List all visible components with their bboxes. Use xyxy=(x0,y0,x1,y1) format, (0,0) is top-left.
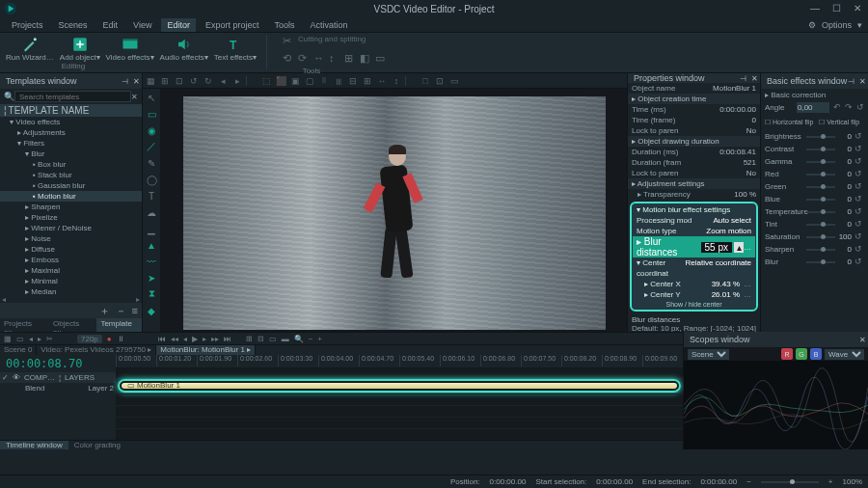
clip-motionblur-highlight[interactable]: ▭MotionBlur 1 xyxy=(118,379,681,393)
angle-input[interactable] xyxy=(797,102,829,113)
slider-temperature[interactable]: Temperature0↺ xyxy=(765,205,864,218)
tree-item[interactable]: ▸ Median xyxy=(0,286,142,295)
st-icon[interactable]: ↻ xyxy=(203,76,214,86)
close-panel-icon[interactable]: ✕ xyxy=(859,336,866,344)
reset-icon[interactable]: ↺ xyxy=(854,193,864,205)
st-icon[interactable]: □ xyxy=(420,76,431,86)
tl-icon[interactable]: ▦ xyxy=(4,335,12,343)
slider-brightness[interactable]: Brightness0↺ xyxy=(765,130,864,143)
close-button[interactable]: ✕ xyxy=(847,0,868,15)
tree-item[interactable]: ▸ Maximal xyxy=(0,265,142,276)
tree-item[interactable]: ▾ Video effects xyxy=(0,117,142,127)
text-effects-button[interactable]: T Text effects▾ xyxy=(214,35,257,62)
templates-tree[interactable]: ▾ Video effects▸ Adjustments▾ Filters▾ B… xyxy=(0,117,142,295)
tool-tooltip-icon[interactable]: ☁ xyxy=(145,205,158,219)
tl-icon[interactable]: 🔍 xyxy=(294,335,304,343)
step-back-icon[interactable]: ◂◂ xyxy=(171,335,178,343)
tree-item[interactable]: ▸ Emboss xyxy=(0,255,142,265)
slider-gamma[interactable]: Gamma0↺ xyxy=(765,155,864,168)
menu-tools[interactable]: Tools xyxy=(268,18,300,32)
timeline-tab-motionblur[interactable]: MotionBlur: MotionBlur 1 ▸ xyxy=(156,345,256,354)
prev-frame-icon[interactable]: ⏮ xyxy=(158,335,166,343)
preview-canvas[interactable] xyxy=(183,96,606,330)
clear-icon[interactable]: ✕ xyxy=(131,93,138,101)
st-icon[interactable]: ↔ xyxy=(376,76,388,86)
add-template-icon[interactable]: ＋ xyxy=(99,304,110,318)
tl-icon[interactable]: − xyxy=(309,335,313,343)
st-icon[interactable]: ▦ xyxy=(145,76,156,86)
scopes-mode-select[interactable]: Wave xyxy=(825,349,864,360)
resolution-display[interactable]: 720p xyxy=(77,335,102,343)
tl-icon[interactable]: ⊟ xyxy=(258,335,264,343)
st-icon[interactable]: ⊞ xyxy=(159,76,171,86)
pin-icon[interactable]: ⊣ xyxy=(740,74,746,83)
tool-shape-icon[interactable]: ◆ xyxy=(145,304,158,317)
audio-effects-button[interactable]: Audio effects▾ xyxy=(160,35,208,62)
tl-icon[interactable]: ⊞ xyxy=(246,335,253,343)
menu-projects[interactable]: Projects xyxy=(6,18,49,32)
tree-item[interactable]: ▸ Diffuse xyxy=(0,244,142,255)
tree-item[interactable]: ▾ Blur xyxy=(0,149,142,159)
tl-icon[interactable]: ◂ xyxy=(29,335,33,343)
st-icon[interactable]: ▸ xyxy=(231,76,243,86)
st-icon[interactable]: ▭ xyxy=(448,76,460,86)
tool-counter-icon[interactable]: ⧗ xyxy=(145,287,158,301)
next-frame-icon[interactable]: ⏭ xyxy=(224,335,231,343)
timeline-tab-video[interactable]: Video: Pexels Videos 2795750 ▸ xyxy=(37,345,156,354)
zoom-in-icon[interactable]: + xyxy=(828,477,833,486)
tree-item[interactable]: ▸ Pixelize xyxy=(0,212,142,223)
show-hide-center-button[interactable]: Show / hide center xyxy=(633,300,755,309)
reset-icon[interactable]: ↺ xyxy=(854,180,864,193)
rotate-ccw-icon[interactable]: ↶ xyxy=(833,101,841,114)
prop-section[interactable]: ▸ Object creation time xyxy=(628,94,760,104)
st-icon[interactable]: ↺ xyxy=(188,76,200,86)
rotate-cw-icon[interactable]: ↷ xyxy=(845,101,853,114)
st-icon[interactable]: ⬛ xyxy=(275,76,286,86)
tree-item[interactable]: ▸ Adjustments xyxy=(0,127,142,138)
st-icon[interactable]: ⊡ xyxy=(434,76,446,86)
blur-distances-row[interactable]: ▸ Blur distances 55 px ▴ … xyxy=(633,236,755,258)
templates-menu-icon[interactable]: ≡ xyxy=(132,305,138,316)
menu-activation[interactable]: Activation xyxy=(304,18,353,32)
st-icon[interactable]: ◂ xyxy=(217,76,229,86)
pin-icon[interactable]: ⊣ xyxy=(122,77,128,86)
st-icon[interactable]: ⊡ xyxy=(174,76,185,86)
bottom-tab-timeline[interactable]: Timeline window xyxy=(0,441,68,449)
tree-item[interactable]: ▸ Minimal xyxy=(0,276,142,286)
tool-pen-icon[interactable]: ✎ xyxy=(145,156,158,170)
reset-icon[interactable]: ↺ xyxy=(856,101,864,114)
tool-person-icon[interactable]: ▲ xyxy=(145,238,158,252)
menu-editor[interactable]: Editor xyxy=(161,18,196,32)
remove-template-icon[interactable]: － xyxy=(116,304,126,318)
timeline-ruler[interactable]: 0:00:00.500:00:01.200:00:01.900:00:02.60… xyxy=(116,355,683,366)
menu-export[interactable]: Export project xyxy=(200,18,265,32)
slider-blue[interactable]: Blue0↺ xyxy=(765,193,864,205)
tool-icon[interactable]: ⊞ xyxy=(344,52,358,66)
vflip-checkbox[interactable]: ☐ Vertical flip xyxy=(819,116,859,128)
tl-icon[interactable]: ✂ xyxy=(46,335,53,343)
tree-item[interactable]: ▪ Stack blur xyxy=(0,170,142,180)
close-panel-icon[interactable]: ✕ xyxy=(859,77,866,86)
st-icon[interactable]: ▢ xyxy=(304,76,315,86)
tool-chart-icon[interactable]: ▁ xyxy=(145,222,158,235)
scope-r-button[interactable]: R xyxy=(781,348,793,360)
tab-templates[interactable]: Template … xyxy=(96,318,142,332)
st-icon[interactable]: ↕ xyxy=(391,76,402,86)
zoom-out-icon[interactable]: − xyxy=(746,477,751,486)
pin-icon[interactable]: ⊣ xyxy=(848,77,854,86)
scope-g-button[interactable]: G xyxy=(796,348,807,360)
add-object-button[interactable]: Add object▾ xyxy=(60,35,100,62)
prop-section[interactable]: ▸ Object drawing duration xyxy=(628,136,760,147)
slider-sharpen[interactable]: Sharpen0↺ xyxy=(765,243,864,256)
slider-red[interactable]: Red0↺ xyxy=(765,168,864,180)
tool-cursor-icon[interactable]: ↖ xyxy=(145,91,158,104)
tool-text-icon[interactable]: T xyxy=(145,189,158,203)
reset-icon[interactable]: ↺ xyxy=(854,130,864,143)
options-gear-icon[interactable]: ⚙ xyxy=(808,20,816,30)
play-icon[interactable]: ▶ xyxy=(192,335,198,343)
st-icon[interactable]: ⫼ xyxy=(333,76,344,86)
minimize-button[interactable]: — xyxy=(804,0,826,15)
tree-item[interactable]: ▸ Noise xyxy=(0,233,142,244)
close-panel-icon[interactable]: ✕ xyxy=(133,77,140,86)
tab-projects-explorer[interactable]: Projects ex… xyxy=(0,318,49,332)
